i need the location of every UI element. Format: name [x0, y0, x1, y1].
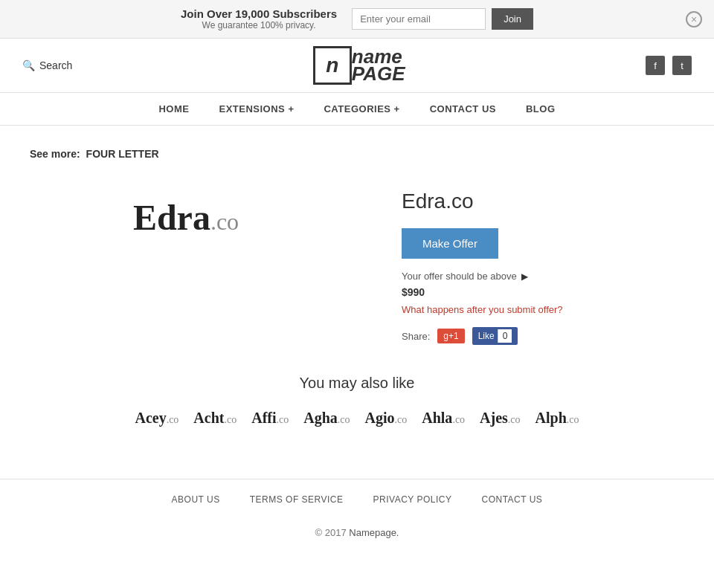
- banner-text: Join Over 19,000 Subscribers We guarante…: [181, 7, 337, 30]
- list-item[interactable]: Agha.co: [303, 410, 350, 427]
- offer-price: $990: [402, 286, 684, 298]
- google-plus-button[interactable]: g+1: [437, 329, 464, 343]
- domain-logo-text: Edra.co: [133, 197, 239, 238]
- list-item[interactable]: Ahla.co: [422, 410, 465, 427]
- close-banner-button[interactable]: ×: [686, 11, 702, 28]
- also-like-section: You may also like Acey.co Acht.co Affi.c…: [30, 375, 684, 427]
- facebook-icon[interactable]: f: [646, 56, 665, 75]
- logo-box: n: [313, 46, 352, 85]
- nav-contact[interactable]: CONTACT US: [430, 103, 496, 114]
- share-label: Share:: [402, 331, 430, 342]
- nav-blog[interactable]: BLOG: [526, 103, 556, 114]
- header: 🔍 Search n name PAGE f t: [0, 39, 714, 93]
- nav-home[interactable]: HOME: [158, 103, 189, 114]
- breadcrumb: See more: FOUR LETTER: [30, 148, 684, 160]
- also-like-grid: Acey.co Acht.co Affi.co Agha.co Agio.co …: [30, 410, 684, 427]
- make-offer-button[interactable]: Make Offer: [402, 228, 498, 259]
- footer-terms[interactable]: TERMS OF SERVICE: [250, 494, 344, 505]
- list-item[interactable]: Acht.co: [193, 410, 237, 427]
- list-item[interactable]: Affi.co: [251, 410, 289, 427]
- domain-logo-display: Edra.co: [30, 182, 342, 253]
- domain-tld-display: .co: [210, 208, 239, 235]
- logo-icon: n: [326, 54, 338, 77]
- share-row: Share: g+1 Like 0: [402, 327, 684, 345]
- join-button[interactable]: Join: [492, 8, 533, 30]
- domain-section: Edra.co Edra.co Make Offer Your offer sh…: [30, 182, 684, 345]
- domain-title: Edra.co: [402, 190, 684, 213]
- logo-page: PAGE: [352, 63, 405, 85]
- search-trigger[interactable]: 🔍 Search: [22, 59, 72, 71]
- offer-arrow-icon: ▶: [521, 271, 528, 282]
- main-nav: HOME EXTENSIONS + CATEGORIES + CONTACT U…: [0, 93, 714, 126]
- fb-count: 0: [498, 329, 512, 343]
- twitter-icon[interactable]: t: [672, 56, 692, 75]
- fb-like-label: Like: [478, 331, 495, 341]
- nav-categories[interactable]: CATEGORIES +: [324, 103, 399, 114]
- banner-sub-text: We guarantee 100% privacy.: [181, 20, 337, 30]
- footer-privacy[interactable]: PRIVACY POLICY: [373, 494, 452, 505]
- facebook-like-button[interactable]: Like 0: [472, 327, 518, 345]
- footer-links: ABOUT US TERMS OF SERVICE PRIVACY POLICY…: [0, 479, 714, 520]
- social-links: f t: [646, 56, 692, 75]
- offer-text: Your offer should be above: [402, 271, 517, 282]
- offer-info-text: Your offer should be above ▶: [402, 271, 684, 282]
- list-item[interactable]: Acey.co: [135, 410, 178, 427]
- see-more-link[interactable]: FOUR LETTER: [86, 148, 159, 160]
- top-banner: Join Over 19,000 Subscribers We guarante…: [0, 0, 714, 39]
- nav-extensions[interactable]: EXTENSIONS +: [219, 103, 294, 114]
- footer-about[interactable]: ABOUT US: [172, 494, 220, 505]
- footer-copyright: © 2017 Namepage.: [0, 520, 714, 560]
- list-item[interactable]: Alph.co: [536, 410, 579, 427]
- banner-form: Join: [352, 8, 533, 30]
- logo[interactable]: n name PAGE: [313, 46, 405, 85]
- offer-link[interactable]: What happens after you submit offer?: [402, 304, 684, 315]
- email-input[interactable]: [352, 8, 486, 30]
- footer-contact[interactable]: CONTACT US: [481, 494, 542, 505]
- copyright-year: © 2017: [315, 527, 347, 538]
- list-item[interactable]: Agio.co: [365, 410, 408, 427]
- search-label: Search: [39, 59, 72, 71]
- banner-main-text: Join Over 19,000 Subscribers: [181, 7, 337, 20]
- main-content: See more: FOUR LETTER Edra.co Edra.co Ma…: [0, 126, 714, 449]
- domain-name-display: Edra: [133, 198, 210, 237]
- list-item[interactable]: Ajes.co: [480, 410, 520, 427]
- also-like-title: You may also like: [30, 375, 684, 392]
- logo-text: name PAGE: [352, 46, 405, 84]
- copyright-link[interactable]: Namepage.: [349, 527, 399, 538]
- search-icon: 🔍: [22, 59, 35, 71]
- domain-info: Edra.co Make Offer Your offer should be …: [402, 182, 684, 345]
- see-more-prefix: See more:: [30, 148, 80, 160]
